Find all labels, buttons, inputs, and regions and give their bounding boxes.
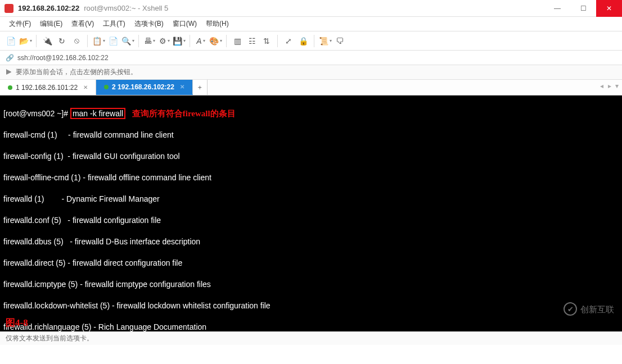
menu-file[interactable]: 文件(F) bbox=[6, 18, 34, 30]
window-controls: — ☐ ✕ bbox=[544, 0, 622, 17]
disconnect-icon[interactable]: ⦸ bbox=[71, 36, 82, 46]
copy-icon[interactable]: 📋 bbox=[93, 36, 103, 46]
toolbar-separator bbox=[36, 35, 37, 47]
tab-close-icon[interactable]: ✕ bbox=[83, 84, 88, 90]
prompt: [root@vms002 ~]# bbox=[3, 109, 70, 118]
tab-label: 2 192.168.26.102:22 bbox=[112, 83, 174, 91]
close-button[interactable]: ✕ bbox=[596, 0, 622, 17]
terminal-output-line: firewalld.dbus (5) - firewalld D-Bus int… bbox=[3, 236, 619, 247]
session-tab-1[interactable]: 1 192.168.26.101:22 ✕ bbox=[0, 80, 96, 95]
status-dot-icon bbox=[104, 85, 109, 89]
toolbar-separator bbox=[138, 35, 139, 47]
addressbar[interactable]: 🔗 ssh://root@192.168.26.102:22 bbox=[0, 51, 622, 65]
save-icon[interactable]: 💾 bbox=[174, 36, 184, 46]
terminal-output-line: firewall-config (1) - firewalld GUI conf… bbox=[3, 151, 619, 162]
terminal-output-line: firewall-cmd (1) - firewalld command lin… bbox=[3, 130, 619, 140]
terminal-output-line: firewalld.lockdown-whitelist (5) - firew… bbox=[3, 301, 619, 311]
tab-close-icon[interactable]: ✕ bbox=[180, 84, 184, 90]
menu-help[interactable]: 帮助(H) bbox=[202, 18, 232, 30]
minimize-button[interactable]: — bbox=[544, 0, 570, 17]
toolbar-separator bbox=[277, 35, 278, 47]
transfer-icon[interactable]: ⇅ bbox=[262, 36, 272, 46]
toolbar-separator bbox=[87, 35, 88, 47]
titlebar: 192.168.26.102:22 root@vms002:~ - Xshell… bbox=[0, 0, 622, 17]
new-session-icon[interactable]: 📄 bbox=[6, 36, 16, 46]
terminal-output-line: firewalld (1) - Dynamic Firewall Manager bbox=[3, 194, 619, 204]
tab-label: 1 192.168.26.101:22 bbox=[16, 84, 78, 92]
watermark: ✔ 创新互联 bbox=[564, 302, 614, 316]
menu-edit[interactable]: 编辑(E) bbox=[37, 18, 66, 30]
properties-icon[interactable]: ⚙ bbox=[159, 36, 169, 46]
annotation-1: 查询所有符合firewall的条目 bbox=[132, 109, 236, 118]
print-icon[interactable]: 🖶 bbox=[145, 36, 155, 46]
font-icon[interactable]: A bbox=[196, 36, 206, 46]
address-url: ssh://root@192.168.26.102:22 bbox=[17, 54, 109, 62]
fullscreen-icon[interactable]: ⤢ bbox=[283, 36, 294, 46]
terminal-output-line: firewalld.icmptype (5) - firewalld icmpt… bbox=[3, 279, 619, 290]
tabbar: 1 192.168.26.101:22 ✕ 2 192.168.26.102:2… bbox=[0, 80, 622, 95]
highlighted-command-1: man -k firewall bbox=[70, 108, 125, 119]
menubar: 文件(F) 编辑(E) 查看(V) 工具(T) 选项卡(B) 窗口(W) 帮助(… bbox=[0, 17, 622, 31]
connect-icon[interactable]: 🔌 bbox=[42, 36, 52, 46]
toolbar-separator bbox=[314, 35, 314, 47]
window-title-main: 192.168.26.102:22 bbox=[18, 4, 79, 12]
script-icon[interactable]: 📜 bbox=[320, 36, 330, 46]
watermark-icon: ✔ bbox=[564, 302, 577, 316]
status-dot-icon bbox=[8, 85, 12, 90]
menu-tab[interactable]: 选项卡(B) bbox=[131, 18, 167, 30]
app-icon bbox=[4, 4, 13, 13]
add-tab-button[interactable]: + bbox=[193, 80, 208, 95]
window-title-sub: root@vms002:~ - Xshell 5 bbox=[84, 4, 168, 12]
link-icon: 🔗 bbox=[6, 54, 14, 62]
reconnect-icon[interactable]: ↻ bbox=[57, 36, 67, 46]
hint-arrow-icon[interactable]: ⯈ bbox=[6, 69, 12, 76]
toolbar: 📄 📂 🔌 ↻ ⦸ 📋 📄 🔍 🖶 ⚙ 💾 A 🎨 ▥ ☷ ⇅ ⤢ 🔒 📜 🗨 bbox=[0, 31, 622, 51]
compose-icon[interactable]: 🗨 bbox=[335, 36, 345, 46]
hint-text: 要添加当前会话，点击左侧的箭头按钮。 bbox=[16, 67, 137, 77]
toolbar-separator bbox=[226, 35, 227, 47]
menu-tools[interactable]: 工具(T) bbox=[100, 18, 128, 30]
tunneling-icon[interactable]: ☷ bbox=[247, 36, 257, 46]
session-tab-2[interactable]: 2 192.168.26.102:22 ✕ bbox=[96, 80, 193, 95]
terminal-output-line: firewalld.conf (5) - firewalld configura… bbox=[3, 215, 619, 226]
tab-nav-arrows[interactable]: ◂ ▸ ▾ bbox=[600, 82, 620, 90]
terminal-output-line: firewalld.richlanguage (5) - Rich Langua… bbox=[3, 322, 619, 333]
menu-window[interactable]: 窗口(W) bbox=[169, 18, 200, 30]
menu-view[interactable]: 查看(V) bbox=[68, 18, 97, 30]
hintbar: ⯈ 要添加当前会话，点击左侧的箭头按钮。 bbox=[0, 65, 622, 80]
sessions-icon[interactable]: ▥ bbox=[232, 36, 242, 46]
color-icon[interactable]: 🎨 bbox=[210, 36, 220, 46]
toolbar-separator bbox=[190, 35, 190, 47]
maximize-button[interactable]: ☐ bbox=[570, 0, 596, 17]
terminal-output-line: firewall-offline-cmd (1) - firewalld off… bbox=[3, 172, 619, 183]
terminal[interactable]: [root@vms002 ~]# man -k firewall 查询所有符合f… bbox=[0, 95, 622, 331]
terminal-output-line: firewalld.direct (5) - firewalld direct … bbox=[3, 258, 619, 269]
paste-icon[interactable]: 📄 bbox=[108, 36, 118, 46]
find-icon[interactable]: 🔍 bbox=[123, 36, 133, 46]
figure-label: 图4-8 bbox=[6, 317, 28, 328]
lock-icon[interactable]: 🔒 bbox=[298, 36, 308, 46]
terminal-output-line: firewalld.service (5) - firewalld servic… bbox=[3, 343, 619, 354]
watermark-text: 创新互联 bbox=[580, 304, 614, 315]
open-session-icon[interactable]: 📂 bbox=[20, 36, 30, 46]
